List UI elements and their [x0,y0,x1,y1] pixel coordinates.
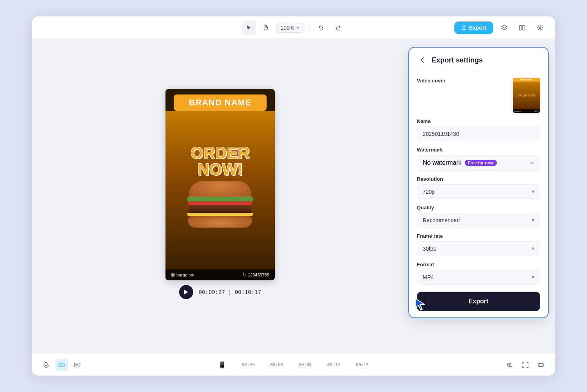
frame-rate-select-wrapper: 30fps 60fps 24fps ▼ [417,241,540,256]
time-divider: | [228,289,235,295]
burger-image-area: ORDER NOW! [165,111,275,269]
play-button[interactable] [179,285,193,299]
tomato [188,201,252,205]
fit-screen-icon[interactable] [519,359,532,371]
microphone-icon[interactable] [40,359,52,371]
timeline-left-icons [40,359,84,371]
panel-back-button[interactable] [417,55,428,66]
svg-point-2 [539,27,541,29]
timeline-bar: 📱 00:03 00:06 00:08 00:12 00:15 [32,354,555,376]
canvas-area: BRAND NAME ORDER NOW! [32,39,408,354]
quality-select-wrapper: Recommended High Low ▼ [417,213,540,228]
resolution-select-wrapper: 720p 1080p 480p ▼ [417,184,540,199]
svg-rect-1 [523,25,525,30]
watermark-select-left: No watermark Free for now [423,159,497,166]
video-cover-label: Video cover [417,78,445,84]
watermark-label: Watermark [417,147,540,153]
burger-illustration [181,181,259,235]
bun-top [189,181,251,198]
export-btn-label: Export [469,25,486,31]
layers-btn[interactable] [497,21,511,35]
zoom-in-icon[interactable] [503,359,516,371]
format-select-wrapper: MP4 MOV WebM ▼ [417,270,540,285]
format-label: Format [417,262,540,267]
frame-rate-select[interactable]: 30fps 60fps 24fps [417,241,540,256]
export-button[interactable]: Export [454,21,493,34]
zoom-control[interactable]: 100% [276,23,304,33]
patty [189,205,251,214]
panel-header: Export settings [409,48,548,71]
cover-thumb-brand: BRAND NAME [513,78,540,82]
current-time: 00:09:27 | 00:10:17 [199,289,261,295]
footer-left: burger.vn [171,273,194,277]
watermark-field-group: Watermark No watermark Free for now [417,147,540,171]
free-badge: Free for now [465,160,497,166]
media-icon[interactable] [55,359,68,371]
tl-time-1: 00:03 [242,362,254,367]
main-area: BRAND NAME ORDER NOW! [32,39,555,354]
frame-rate-field-group: Frame rate 30fps 60fps 24fps ▼ [417,233,540,256]
format-field-group: Format MP4 MOV WebM ▼ [417,262,540,285]
hand-tool-btn[interactable] [259,21,273,35]
panel-content: Video cover BRAND NAME ORDER NOW! burger… [409,71,548,317]
name-field-group: Name [417,118,540,141]
redo-btn[interactable] [331,21,345,35]
svg-point-4 [172,274,174,276]
tl-phone-icon: 📱 [218,361,226,369]
cover-thumb-body: ORDER NOW! [513,82,540,109]
watermark-value: No watermark [423,159,462,166]
settings-btn[interactable] [533,21,547,35]
name-input[interactable] [417,127,540,141]
svg-rect-10 [75,363,80,367]
tl-time-3: 00:08 [299,362,311,367]
resolution-label: Resolution [417,176,540,182]
brand-banner: BRAND NAME [174,94,267,111]
watermark-chevron-icon [530,160,534,165]
footer-right: 123456789 [242,273,269,277]
cover-thumb-footer: burger.vn123... [513,109,540,113]
toolbar-center: 100% [242,21,345,35]
svg-rect-6 [45,362,47,366]
zoom-value: 100% [281,25,295,31]
undo-btn[interactable] [314,21,328,35]
split-view-btn[interactable] [515,21,529,35]
svg-rect-0 [519,25,522,30]
resolution-select[interactable]: 720p 1080p 480p [417,184,540,199]
fullscreen-icon[interactable] [535,359,547,371]
quality-select[interactable]: Recommended High Low [417,213,540,228]
tl-time-5: 00:15 [356,362,369,367]
video-cover-row: Video cover BRAND NAME ORDER NOW! burger… [417,78,540,113]
panel-title: Export settings [432,56,483,64]
footer-website: burger.vn [176,273,194,277]
format-select[interactable]: MP4 MOV WebM [417,270,540,285]
svg-point-9 [60,364,61,365]
timeline-labels: 📱 00:03 00:06 00:08 00:12 00:15 [218,361,369,369]
video-footer: burger.vn 123456789 [165,269,275,280]
tl-time-4: 00:12 [327,362,340,367]
playback-bar: 00:09:27 | 00:10:17 [179,280,261,304]
video-preview: BRAND NAME ORDER NOW! [165,89,275,280]
export-panel: Export settings Video cover BRAND NAME O… [408,47,549,318]
cover-thumbnail[interactable]: BRAND NAME ORDER NOW! burger.vn123... [513,78,540,113]
timeline-right-icons [503,359,547,371]
select-tool-btn[interactable] [242,21,256,35]
toolbar: 100% Export [32,16,555,39]
bun-bottom [188,216,252,228]
resolution-field-group: Resolution 720p 1080p 480p ▼ [417,176,540,199]
frame-rate-label: Frame rate [417,233,540,239]
cheese [187,213,253,216]
svg-point-5 [174,274,174,274]
subtitle-icon[interactable] [71,359,84,371]
quality-field-group: Quality Recommended High Low ▼ [417,205,540,228]
footer-phone: 123456789 [248,273,269,277]
tl-time-2: 00:06 [270,362,283,367]
quality-label: Quality [417,205,540,210]
name-label: Name [417,118,540,124]
export-action-button[interactable]: Export [417,292,540,311]
toolbar-right: Export [454,21,547,35]
watermark-select[interactable]: No watermark Free for now [417,155,540,171]
order-now-text: ORDER NOW! [190,145,250,178]
toolbar-divider [309,23,309,32]
